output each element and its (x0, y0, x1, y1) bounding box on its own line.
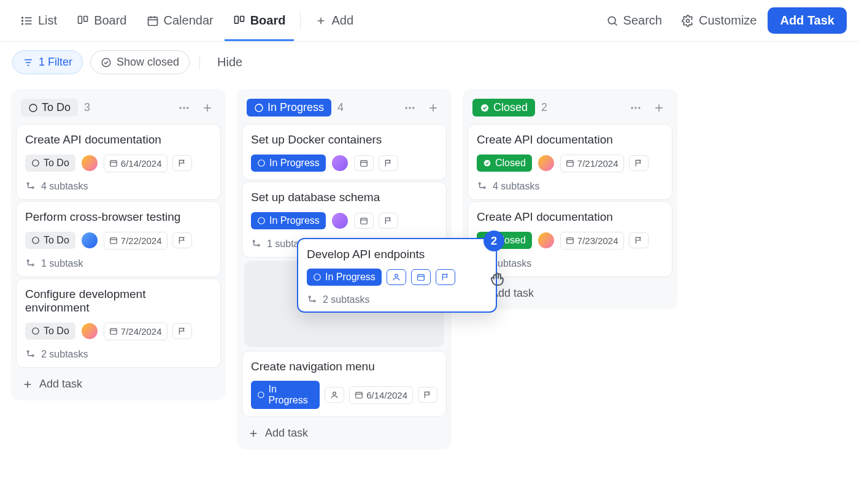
assignee-empty[interactable] (387, 269, 406, 285)
flag-icon (384, 216, 393, 225)
list-icon (21, 15, 33, 27)
priority-flag[interactable] (379, 155, 398, 171)
svg-point-58 (253, 240, 255, 242)
flag-icon (634, 159, 643, 167)
due-date[interactable] (354, 213, 374, 229)
assignee-avatar[interactable] (80, 322, 99, 340)
column-count: 3 (84, 101, 90, 114)
column-add-button[interactable] (650, 99, 668, 116)
task-card[interactable]: Configure development environment To Do … (16, 278, 221, 368)
column-add-button[interactable] (199, 99, 216, 116)
view-tab-board-1[interactable]: Board (68, 7, 135, 34)
subtasks-row[interactable]: 4 subtasks (25, 178, 212, 192)
svg-point-32 (27, 183, 29, 185)
assignee-avatar[interactable] (80, 154, 99, 172)
plus-icon (653, 102, 665, 114)
calendar-icon (360, 216, 368, 225)
search-button[interactable]: Search (598, 9, 671, 32)
due-date[interactable]: 7/24/2024 (104, 323, 168, 340)
column-status-chip[interactable]: To Do (21, 99, 78, 116)
filter-button[interactable]: 1 Filter (12, 50, 83, 74)
task-status-chip[interactable]: To Do (25, 155, 75, 172)
flag-icon (178, 236, 187, 245)
column-status-chip[interactable]: Closed (472, 99, 535, 116)
column-more-button[interactable] (627, 99, 644, 116)
task-card[interactable]: Create navigation menu In Progress 6/14/… (242, 351, 447, 417)
task-card[interactable]: Create API documentation Closed 7/21/202… (468, 124, 672, 200)
task-card[interactable]: Set up Docker containers In Progress (242, 124, 447, 180)
task-title: Create API documentation (25, 133, 212, 147)
assignee-avatar[interactable] (331, 154, 349, 172)
assignee-avatar[interactable] (80, 231, 99, 250)
priority-flag[interactable] (629, 232, 649, 248)
priority-flag[interactable] (436, 269, 455, 285)
subtasks-row[interactable]: subtasks (477, 256, 663, 269)
add-task-row[interactable]: Add task (239, 419, 449, 447)
task-status-chip[interactable]: In Progress (251, 155, 326, 172)
svg-point-88 (309, 296, 310, 298)
svg-point-37 (27, 260, 29, 262)
task-card[interactable]: Create API documentation To Do 6/14/2024 (16, 124, 221, 200)
calendar-icon (147, 15, 159, 27)
add-task-label: Add task (491, 287, 534, 300)
assignee-avatar[interactable] (331, 212, 349, 230)
add-task-button[interactable]: Add Task (768, 7, 847, 34)
flag-icon (423, 391, 432, 399)
view-tab-calendar[interactable]: Calendar (138, 7, 222, 34)
priority-flag[interactable] (172, 323, 192, 339)
svg-point-75 (479, 183, 480, 185)
progress-icon (254, 103, 264, 113)
calendar-icon (566, 236, 574, 245)
show-closed-button[interactable]: Show closed (90, 50, 190, 74)
priority-flag[interactable] (172, 232, 192, 248)
subtasks-row[interactable]: 2 subtasks (307, 292, 487, 305)
svg-rect-62 (356, 392, 363, 398)
priority-flag[interactable] (629, 155, 649, 171)
task-status-chip[interactable]: In Progress (307, 269, 382, 286)
column-status-chip[interactable]: In Progress (247, 99, 331, 116)
add-view-button[interactable]: Add (307, 7, 362, 34)
check-icon (480, 103, 490, 113)
subtasks-text: 4 subtasks (41, 181, 88, 192)
priority-flag[interactable] (418, 387, 437, 403)
task-status-chip[interactable]: In Progress (251, 381, 320, 409)
view-tab-list[interactable]: List (12, 7, 66, 34)
view-tab-label: Board (94, 13, 126, 28)
search-icon (606, 15, 618, 27)
column-more-button[interactable] (401, 99, 418, 116)
subtasks-row[interactable]: 4 subtasks (477, 178, 663, 192)
subtasks-row[interactable]: 1 subtask (25, 256, 212, 269)
assignee-empty[interactable] (325, 387, 344, 403)
assignee-avatar[interactable] (537, 231, 555, 250)
subtasks-row[interactable]: 2 subtasks (25, 346, 212, 360)
filter-icon (23, 57, 34, 68)
customize-button[interactable]: Customize (673, 9, 765, 32)
task-status-chip[interactable]: To Do (25, 323, 75, 340)
assignee-avatar[interactable] (537, 154, 555, 172)
column-name: Closed (493, 101, 528, 114)
due-date[interactable]: 6/14/2024 (349, 386, 413, 404)
due-date[interactable] (354, 155, 374, 171)
priority-flag[interactable] (172, 155, 192, 171)
due-date[interactable]: 7/22/2024 (104, 232, 168, 250)
column-add-button[interactable] (425, 99, 442, 116)
flag-icon (634, 236, 643, 245)
task-status-chip[interactable]: To Do (25, 232, 75, 249)
due-date[interactable]: 7/23/2024 (560, 232, 624, 250)
due-date[interactable]: 7/21/2024 (560, 155, 624, 172)
column-more-button[interactable] (175, 99, 193, 116)
board-icon (77, 15, 89, 27)
priority-flag[interactable] (379, 213, 398, 229)
task-status-chip[interactable]: In Progress (251, 212, 326, 229)
due-date[interactable]: 6/14/2024 (104, 155, 168, 172)
view-tab-board-active[interactable]: Board (225, 7, 295, 34)
task-card[interactable]: Perform cross-browser testing To Do 7/22… (16, 201, 221, 277)
add-task-row[interactable]: Add task (13, 370, 223, 398)
calendar-icon (109, 327, 118, 335)
task-status-chip[interactable]: Closed (477, 155, 532, 172)
hide-button[interactable]: Hide (217, 55, 242, 69)
dragging-task-card[interactable]: 2 Develop API endpoints In Progress 2 su… (297, 238, 497, 313)
due-date[interactable] (411, 269, 431, 285)
column-name: To Do (42, 101, 71, 114)
filter-bar: 1 Filter Show closed Hide (0, 42, 859, 83)
